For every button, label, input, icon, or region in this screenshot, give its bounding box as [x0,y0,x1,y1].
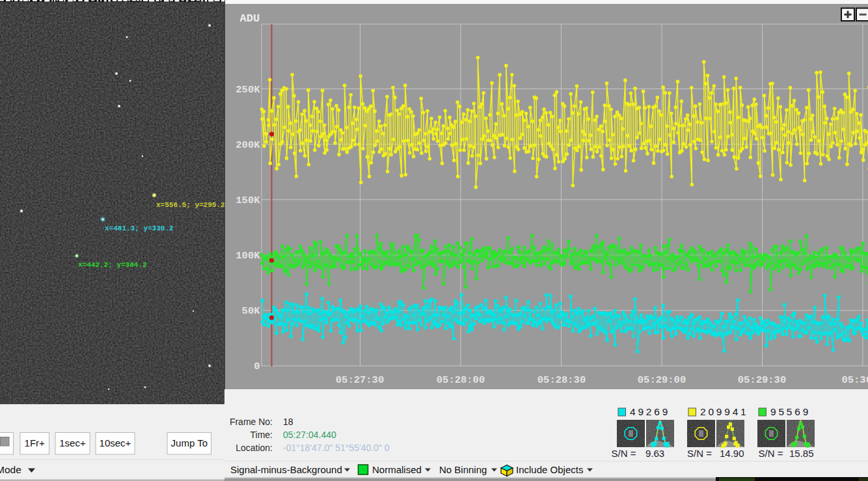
svg-text:-01°18'47.0" 51°55'40.0" 0: -01°18'47.0" 51°55'40.0" 0 [283,443,390,453]
svg-text:Normalised: Normalised [372,464,422,475]
svg-text:05:27:30: 05:27:30 [336,374,384,386]
svg-text:1Fr+: 1Fr+ [25,437,46,448]
svg-text:0: 0 [254,361,260,372]
svg-text:ADU: ADU [240,12,260,25]
svg-text:x=442.2; y=384.2: x=442.2; y=384.2 [78,261,147,269]
svg-text:10sec+: 10sec+ [100,437,131,448]
svg-text:S/N =: S/N = [687,448,712,459]
svg-text:Mode: Mode [0,464,21,475]
svg-text:05:27:04.440: 05:27:04.440 [283,430,336,440]
svg-text:200K: 200K [236,139,260,151]
svg-text:95569: 95569 [770,406,811,417]
svg-text:05:29:00: 05:29:00 [638,374,686,386]
svg-text:05:28:30: 05:28:30 [537,374,586,386]
svg-text:Jump To: Jump To [171,437,208,448]
svg-text:Time:: Time: [251,430,273,440]
svg-text:Signal-minus-Background: Signal-minus-Background [230,464,342,475]
svg-text:x=481.3; y=330.2: x=481.3; y=330.2 [105,225,174,232]
svg-text:250K: 250K [236,84,260,96]
svg-text:S/N =: S/N = [759,448,783,459]
svg-text:18: 18 [283,417,293,427]
svg-text:49269: 49269 [630,406,670,417]
svg-text:S/N =: S/N = [612,448,636,459]
svg-text:1sec+: 1sec+ [59,437,86,448]
svg-text:15.85: 15.85 [789,448,814,459]
svg-text:05:28:00: 05:28:00 [437,374,485,386]
svg-text:9.63: 9.63 [645,448,664,459]
svg-text:209941: 209941 [700,406,749,417]
svg-text:05:29:30: 05:29:30 [738,374,786,386]
svg-text:14.90: 14.90 [720,448,744,459]
svg-text:No Binning: No Binning [439,464,487,475]
svg-text:Include Objects: Include Objects [516,464,583,475]
svg-text:Location:: Location: [236,443,273,453]
svg-text:150K: 150K [236,195,260,206]
svg-text:Frame No:: Frame No: [230,417,273,427]
svg-text:100K: 100K [236,250,260,262]
svg-text:x=556.5; y=295.2: x=556.5; y=295.2 [156,201,224,209]
svg-text:05:30:0: 05:30:0 [841,374,868,386]
svg-text:50K: 50K [242,305,261,317]
